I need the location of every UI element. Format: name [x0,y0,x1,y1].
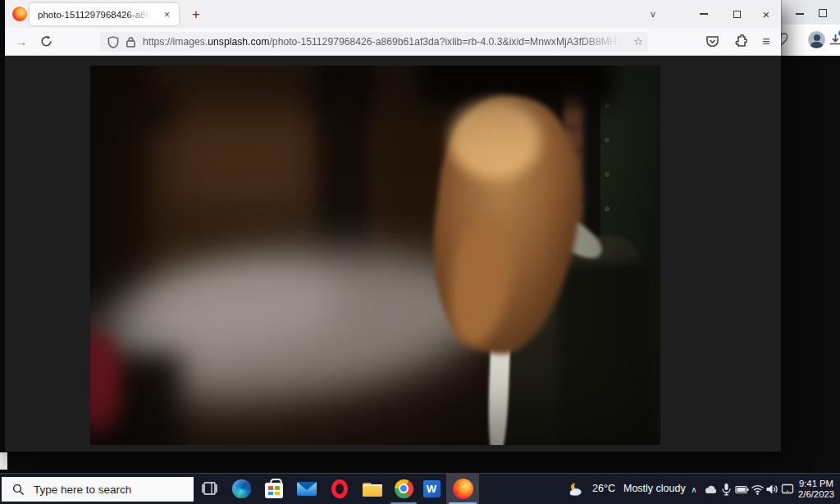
url-text: https://images.unsplash.com/photo-151129… [143,32,627,52]
close-button[interactable]: × [752,0,780,28]
background-minimize-button[interactable] [796,13,804,15]
list-all-tabs-button[interactable]: ∨ [641,0,665,28]
heart-icon[interactable] [781,33,788,47]
firefox-logo-icon [12,7,27,21]
menu-icon[interactable]: ≡ [754,28,778,55]
shield-icon[interactable] [107,36,119,48]
navigation-toolbar: → https://images.unsplash.com/photo-1511… [5,28,781,56]
weather-temperature[interactable]: 26°C [592,474,615,504]
maximize-button[interactable] [723,0,751,28]
new-tab-button[interactable]: + [185,4,207,25]
unsplash-photo [90,66,660,445]
clock-time: 9:41 PM [797,479,835,490]
background-window-edge [0,452,7,470]
background-window-toolbar [781,25,840,56]
search-placeholder: Type here to search [34,484,131,496]
lock-icon[interactable] [126,36,136,48]
microsoft-store-icon[interactable] [258,474,290,504]
onedrive-cloud-icon[interactable] [702,474,719,504]
profile-avatar-icon[interactable] [808,31,825,48]
weather-condition[interactable]: Mostly cloudy [623,474,686,504]
extensions-puzzle-icon[interactable] [728,28,752,55]
tab-title: photo-1511297968426-a869b61af3da [38,10,153,20]
opera-icon[interactable] [323,474,356,504]
weather-icon[interactable] [568,474,585,504]
file-explorer-icon[interactable] [356,474,389,504]
reload-button[interactable] [34,28,57,55]
taskbar: Type here to search W 26°C Mostly cloudy… [0,473,840,504]
task-view-button[interactable] [194,474,226,504]
address-bar[interactable]: https://images.unsplash.com/photo-151129… [100,32,648,52]
volume-icon[interactable] [764,474,780,504]
edge-icon[interactable] [225,474,258,504]
firefox-window: photo-1511297968426-a869b61af3da × + ∨ ×… [5,0,781,452]
page-content [5,56,781,452]
background-maximize-button[interactable] [819,9,827,17]
browser-tab[interactable]: photo-1511297968426-a869b61af3da × [30,3,179,25]
tab-strip: photo-1511297968426-a869b61af3da × + ∨ × [5,0,781,28]
desktop: photo-1511297968426-a869b61af3da × + ∨ ×… [0,0,840,504]
battery-icon[interactable] [733,474,750,504]
background-window-titlebar [781,0,840,25]
bookmark-star-icon[interactable]: ☆ [633,32,643,52]
clock-date: 2/6/2023 [797,489,835,501]
mail-icon[interactable] [290,474,323,504]
download-icon[interactable] [829,34,840,47]
word-icon[interactable]: W [415,474,448,504]
wifi-icon[interactable] [749,474,765,504]
microphone-icon[interactable] [718,474,734,504]
search-icon [12,484,25,496]
tab-close-button[interactable]: × [161,8,173,20]
taskbar-clock[interactable]: 9:41 PM 2/6/2023 [797,474,835,504]
search-box[interactable]: Type here to search [2,477,194,502]
photo-vignette [90,66,660,445]
firefox-taskbar-icon[interactable] [446,474,479,504]
monitor-icon[interactable] [779,474,796,504]
hidden-icons-chevron[interactable]: ∧ [686,474,702,504]
pocket-icon[interactable] [700,28,724,55]
minimize-button[interactable] [690,0,718,28]
forward-button[interactable]: → [10,28,33,55]
